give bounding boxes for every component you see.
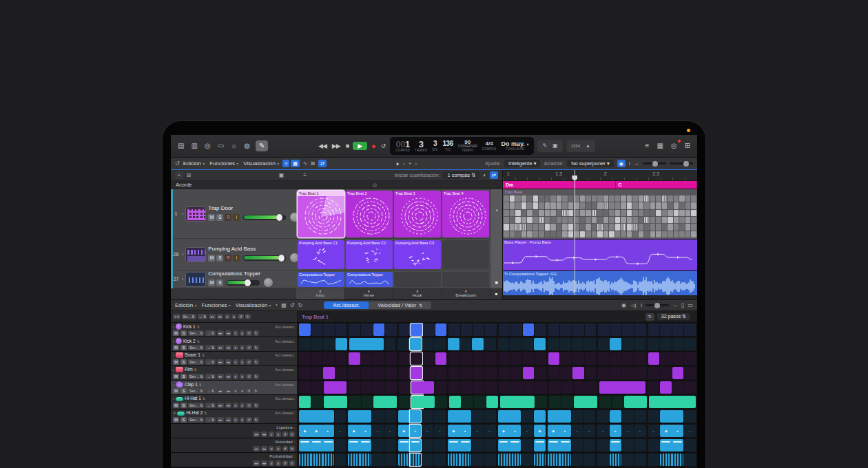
track-header[interactable]: 1›Trap DoorMSRI — [171, 189, 296, 238]
row-chip-4[interactable]: ∨ — [233, 359, 238, 365]
loop-cell[interactable]: Pumping Acid Bass C1 — [298, 240, 344, 269]
step-cell[interactable] — [335, 323, 347, 336]
row-chip-7[interactable]: ↻ — [254, 417, 259, 423]
step-cell[interactable] — [560, 323, 572, 336]
step-cell[interactable] — [610, 367, 622, 379]
step-cell[interactable] — [534, 410, 546, 423]
row-chip-6[interactable]: ↺ — [246, 330, 251, 336]
step-cell[interactable] — [610, 352, 622, 365]
se-header-chip-3[interactable]: ◂+ — [209, 314, 215, 319]
row-chip-2[interactable]: ◂+ — [217, 330, 223, 336]
loop-cell[interactable]: Pumping Acid Bass C2 — [346, 240, 393, 269]
step-cell[interactable] — [597, 439, 609, 451]
pencil-tool-icon[interactable]: ✎ — [256, 140, 268, 151]
step-cell[interactable] — [599, 396, 611, 408]
row-chip-4[interactable]: ∨ — [233, 374, 238, 379]
sequencer-row-header[interactable]: ›Kick 1⇅Act./desact.MSSen… ⇅→ ⇅◂++▸∨∧↺↻ — [171, 323, 298, 337]
se-header-chip-8[interactable]: ↻ — [245, 314, 251, 319]
se-header-chip-6[interactable]: ∧ — [231, 314, 237, 319]
scene-stop-cell[interactable]: ■ — [490, 288, 502, 299]
list-view-button[interactable]: ≡ — [282, 160, 289, 167]
step-cell[interactable]: ▸ — [648, 425, 660, 437]
step-cell[interactable] — [423, 323, 435, 336]
row-chip-7[interactable]: ↻ — [254, 388, 259, 394]
subrow-chip-5[interactable]: ↻ — [289, 446, 295, 451]
row-chip-7[interactable]: ↻ — [254, 330, 259, 336]
se-header-chip-0[interactable]: + ▾ — [173, 314, 180, 319]
step-cell[interactable] — [473, 367, 484, 379]
step-cell[interactable] — [385, 352, 397, 365]
row-chip-7[interactable]: ↻ — [254, 403, 259, 408]
step-cell[interactable] — [423, 396, 435, 408]
step-cell[interactable] — [612, 396, 623, 408]
step-cell[interactable] — [610, 439, 621, 451]
step-cell[interactable] — [398, 439, 410, 451]
step-cell[interactable] — [548, 454, 559, 466]
cycle-button[interactable]: ↺ — [380, 142, 387, 149]
subrow-chip-5[interactable]: ↻ — [289, 432, 295, 437]
step-cell[interactable] — [311, 410, 322, 423]
list-editors-icon[interactable]: ≡ — [644, 141, 651, 151]
step-cell[interactable] — [472, 410, 484, 423]
step-cell[interactable] — [435, 323, 447, 336]
row-chip-2[interactable]: ◂+ — [217, 403, 223, 408]
step-cell[interactable] — [684, 381, 696, 394]
media-browser-icon[interactable]: ⊞ — [683, 141, 692, 151]
step-cell[interactable] — [499, 323, 510, 336]
subrow-chip-4[interactable]: ↺ — [282, 460, 288, 466]
step-cell[interactable]: ▸ — [434, 425, 446, 437]
step-cell[interactable] — [572, 367, 584, 379]
row-solo-button[interactable]: S — [180, 330, 187, 336]
step-cell[interactable] — [672, 454, 683, 466]
step-cell[interactable] — [574, 396, 586, 408]
se-header-chip-5[interactable]: ∨ — [225, 314, 230, 319]
step-cell[interactable] — [649, 396, 661, 408]
step-cell[interactable] — [622, 352, 634, 365]
step-cell[interactable] — [583, 410, 595, 423]
step-cell[interactable] — [684, 367, 696, 379]
row-disclosure-icon[interactable]: ∨ — [173, 410, 176, 416]
row-chip-0[interactable]: Sen… ⇅ — [188, 388, 204, 394]
solo-button[interactable]: S — [216, 279, 223, 286]
step-cell[interactable] — [385, 396, 397, 408]
step-cell[interactable] — [597, 454, 609, 466]
step-cell[interactable]: ▸ — [597, 425, 609, 437]
playhead-line[interactable] — [575, 170, 575, 295]
sequencer-row-header[interactable]: ›Clap 1⇅Act./desact.MSSen… ⇅→ ⇅◂++▸∨∧↺↻ — [171, 381, 298, 394]
step-cell[interactable] — [572, 338, 583, 350]
text-tool-icon[interactable]: I — [629, 160, 630, 167]
step-cell[interactable] — [549, 381, 561, 394]
step-cell[interactable] — [548, 439, 559, 451]
step-cell[interactable] — [535, 323, 546, 336]
row-chip-3[interactable]: +▸ — [225, 330, 231, 336]
record-button[interactable]: ● — [370, 142, 377, 150]
step-cell[interactable] — [360, 410, 371, 423]
step-cell[interactable] — [348, 410, 360, 423]
subrow-chip-3[interactable]: ∧ — [276, 432, 281, 437]
step-cell[interactable] — [311, 338, 323, 350]
step-cell[interactable] — [473, 352, 484, 365]
step-cell[interactable]: ▸ — [684, 425, 696, 437]
step-cell[interactable]: ▸ — [422, 425, 433, 437]
se-end-icon-2[interactable]: ▭ — [688, 302, 693, 308]
se-header-chip-7[interactable]: ↺ — [238, 314, 243, 319]
step-cell[interactable] — [472, 439, 484, 451]
quantize-start-select[interactable]: 1 compás ⇅ — [443, 171, 479, 179]
volume-slider[interactable] — [243, 255, 286, 261]
lcd-display[interactable]: 001 COMPÁS 3 TIEMPO 3 DIV 136 TIC — [390, 137, 534, 155]
step-cell[interactable] — [549, 396, 561, 408]
sequencer-row-header[interactable]: ›Rim⇅Act./desact.MSSen… ⇅→ ⇅◂++▸∨∧↺↻ — [171, 366, 298, 380]
subrow-chip-2[interactable]: ∨ — [269, 446, 274, 451]
volume-knob[interactable] — [278, 255, 285, 262]
undo-icon[interactable]: ↺ — [175, 160, 180, 167]
rewind-button[interactable]: ◀◀ — [317, 142, 328, 149]
row-chip-6[interactable]: ↺ — [246, 417, 251, 423]
step-cell[interactable] — [299, 396, 311, 408]
step-cell[interactable] — [498, 338, 510, 350]
drag-select[interactable]: No superponer ▾ — [567, 160, 613, 167]
step-cell[interactable] — [299, 323, 311, 336]
step-cell[interactable] — [523, 323, 535, 336]
vertical-zoom-slider[interactable] — [643, 162, 666, 164]
step-cell[interactable] — [311, 454, 322, 466]
step-cell[interactable] — [299, 338, 311, 350]
